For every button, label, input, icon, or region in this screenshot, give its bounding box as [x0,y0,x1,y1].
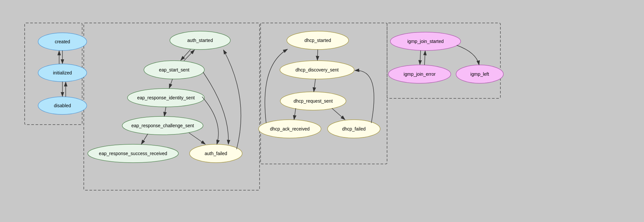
label-igmp-left: igmp_left [471,71,489,77]
arrow-eap-start-auth-failed [203,72,228,144]
arrow-eap-start-identity [169,79,172,88]
arrow-discovery-request [314,79,315,92]
arrow-request-ack [294,108,296,120]
arrow-igmp-started-error [420,50,421,65]
label-igmp-join-started: igmp_join_started [407,39,444,44]
diagram-container: created initialized disabled auth_starte… [0,0,644,222]
label-initialized: initialized [53,70,72,75]
label-eap-response-identity-sent: eap_response_identity_sent [137,95,195,100]
state-diagram-svg: created initialized disabled auth_starte… [0,0,644,222]
arrow-identity-challenge [164,107,166,116]
label-disabled: disabled [54,103,71,108]
label-dhcp-started: dhcp_started [305,38,331,43]
label-auth-started: auth_started [187,38,213,43]
arrow-challenge-failed [189,133,205,144]
arrow-dhcp-started-discovery [317,50,318,60]
label-auth-failed: auth_failed [205,151,227,156]
label-eap-response-success-received: eap_response_success_received [99,151,167,156]
label-eap-start-sent: eap_start_sent [159,67,190,72]
arrow-igmp-error-started [425,51,425,65]
arrow-challenge-success [141,134,148,144]
label-dhcp-discovery-sent: dhcp_discovery_sent [295,67,339,72]
label-dhcp-failed: dhcp_failed [342,126,366,131]
arrow-failed-auth-started [223,50,241,149]
label-igmp-join-error: igmp_join_error [403,71,436,77]
label-dhcp-request-sent: dhcp_request_sent [293,98,333,104]
arrow-igmp-started-left [457,45,479,65]
arrow-dhcp-failed-discovery [355,71,374,123]
arrow-ack-dhcp-started [265,49,288,123]
arrow-request-failed [332,108,345,120]
label-dhcp-ack-received: dhcp_ack_received [270,126,310,131]
label-eap-response-challenge-sent: eap_response_challenge_sent [131,123,194,128]
label-created: created [55,39,70,44]
arrow-identity-auth-failed [202,97,218,144]
